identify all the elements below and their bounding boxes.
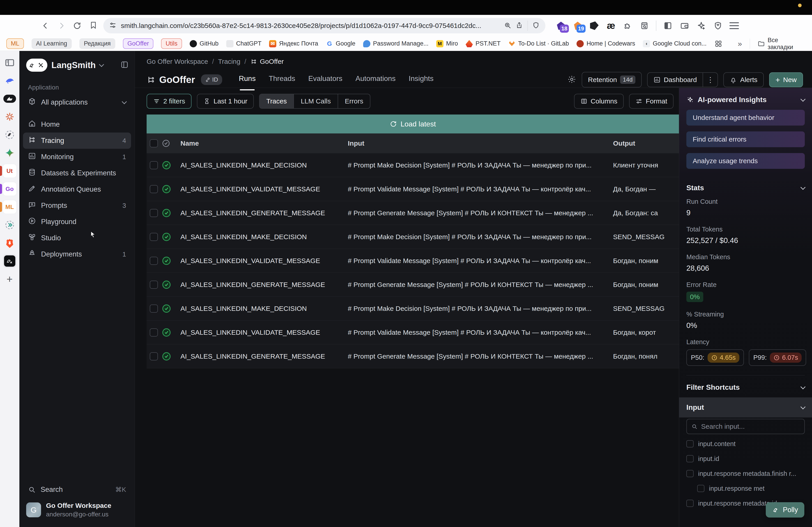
sidebar-item-all-applications[interactable]: All applications (23, 94, 131, 110)
row-checkbox[interactable] (150, 281, 158, 289)
tab-group-gooffer[interactable]: Go (3, 182, 16, 196)
tab-group-ml[interactable]: ML (3, 200, 16, 214)
input-section-header[interactable]: Input (679, 397, 812, 418)
dashboard-button[interactable]: Dashboard (647, 72, 703, 87)
segment-traces[interactable]: Traces (260, 94, 294, 108)
settings-gear-icon[interactable] (567, 75, 576, 85)
bookmark-github[interactable]: GitHub (190, 40, 219, 47)
load-latest-banner[interactable]: Load latest (147, 115, 679, 133)
sidebar-toggle-icon[interactable] (663, 20, 673, 31)
rail-panel-toggle-icon[interactable] (3, 56, 16, 70)
row-checkbox[interactable] (150, 209, 158, 217)
bookmark-utils[interactable]: Utils (161, 38, 182, 49)
tab-boat-icon[interactable] (3, 92, 16, 105)
extension-icon-orange[interactable]: 19 (572, 20, 583, 31)
new-tab-button[interactable]: + (3, 272, 16, 286)
workspace-switcher[interactable]: G Go Offer Workspace anderson@go-offer.u… (19, 499, 135, 527)
row-checkbox[interactable] (150, 352, 158, 360)
table-row[interactable]: AI_SALES_LINKEDIN_MAKE_DECISION# Prompt … (147, 153, 679, 177)
site-settings-icon[interactable] (109, 21, 116, 30)
row-checkbox[interactable] (150, 161, 158, 169)
bookmark-редакция[interactable]: Редакция (79, 38, 115, 49)
format-button[interactable]: Format (629, 94, 673, 109)
browser-menu-icon[interactable] (729, 22, 739, 29)
tab-langsmith-active[interactable] (3, 254, 16, 268)
column-header-output[interactable]: Output (613, 139, 679, 147)
tab-gemini-icon[interactable] (3, 146, 16, 160)
new-button[interactable]: + New (769, 72, 803, 87)
row-checkbox[interactable] (150, 233, 158, 241)
input-field-option[interactable]: input.id (679, 451, 812, 466)
table-row[interactable]: AI_SALES_LINKEDIN_VALIDATE_MESSAGE# Prom… (147, 177, 679, 201)
select-all-checkbox[interactable] (150, 139, 158, 147)
segment-llm-calls[interactable]: LLM Calls (293, 94, 337, 108)
bookmark-password-manage-[interactable]: Password Manage... (363, 40, 429, 47)
dashboard-more-icon[interactable]: ⋮ (702, 72, 718, 87)
sidebar-item-datasets-experiments[interactable]: Datasets & Experiments (23, 165, 131, 181)
row-checkbox[interactable] (150, 328, 158, 336)
stats-header[interactable]: Stats (679, 175, 812, 198)
bookmark-pst-net[interactable]: PST.NET (466, 40, 501, 47)
breadcrumb-tracing[interactable]: Tracing (218, 58, 241, 65)
back-button[interactable] (41, 21, 50, 31)
input-field-option[interactable]: input.response met (679, 481, 812, 496)
tab-runs[interactable]: Runs (239, 74, 256, 90)
row-checkbox[interactable] (150, 304, 158, 313)
extensions-puzzle-icon[interactable] (623, 20, 633, 31)
sidebar-item-home[interactable]: Home (23, 116, 131, 133)
bookmark-gooffer[interactable]: GoOffer (123, 38, 154, 49)
sidebar-item-annotation-queues[interactable]: Annotation Queues (23, 181, 131, 197)
share-icon[interactable] (516, 21, 523, 30)
alerts-button[interactable]: Alerts (723, 72, 764, 87)
insight-action-understand-agent-behavior[interactable]: Understand agent behavior (686, 110, 805, 125)
tab-brave-icon[interactable] (3, 236, 16, 250)
input-search-field[interactable] (701, 423, 800, 430)
bookmark-to-do-list-gitlab[interactable]: To-Do List · GitLab (508, 40, 569, 47)
bookmark-miro[interactable]: MMiro (436, 40, 458, 47)
sidebar-search[interactable]: Search ⌘K (19, 480, 135, 499)
bookmark-home-codewars[interactable]: Home | Codewars (577, 40, 635, 47)
zoom-page-icon[interactable] (504, 21, 511, 30)
bookmark-google-cloud-con-[interactable]: ◖Google Cloud con... (643, 40, 707, 47)
insight-action-find-critical-errors[interactable]: Find critical errors (686, 132, 805, 147)
table-row[interactable]: AI_SALES_LINKEDIN_GENERATE_MESSAGE# Prom… (147, 344, 679, 368)
sidebar-item-monitoring[interactable]: Monitoring1 (23, 149, 131, 165)
column-header-input[interactable]: Input (348, 139, 613, 147)
field-checkbox[interactable] (697, 485, 705, 492)
bookmark-google[interactable]: GGoogle (326, 40, 356, 47)
input-search-box[interactable] (686, 419, 805, 434)
input-field-option[interactable]: input.response metadata.finish r... (679, 466, 812, 481)
retention-button[interactable]: Retention 14d (582, 72, 642, 88)
tab-threads[interactable]: Threads (269, 74, 295, 90)
sidebar-item-tracing[interactable]: Tracing4 (23, 133, 131, 149)
breadcrumb-workspace[interactable]: Go Offer Workspace (147, 58, 208, 65)
id-chip[interactable]: ID (201, 74, 222, 85)
tab-evaluators[interactable]: Evaluators (308, 74, 343, 90)
langsmith-logo[interactable] (26, 59, 47, 72)
row-checkbox[interactable] (150, 185, 158, 193)
shield-menu-icon[interactable] (713, 20, 723, 31)
brave-shield-icon[interactable] (532, 21, 539, 30)
table-row[interactable]: AI_SALES_LINKEDIN_GENERATE_MESSAGE# Prom… (147, 273, 679, 297)
tab-automations[interactable]: Automations (356, 74, 396, 90)
segment-errors[interactable]: Errors (338, 94, 370, 108)
filters-button[interactable]: 2 filters (147, 94, 191, 109)
tab-insights[interactable]: Insights (409, 74, 434, 90)
table-row[interactable]: AI_SALES_LINKEDIN_MAKE_DECISION# Prompt … (147, 297, 679, 320)
column-header-name[interactable]: Name (180, 139, 348, 147)
wallet-icon[interactable] (679, 20, 690, 31)
table-row[interactable]: AI_SALES_LINKEDIN_GENERATE_MESSAGE# Prom… (147, 201, 679, 225)
reload-button[interactable] (72, 21, 82, 31)
table-row[interactable]: AI_SALES_LINKEDIN_VALIDATE_MESSAGE# Prom… (147, 320, 679, 344)
extension-icon-ae[interactable]: æ (606, 20, 616, 31)
filter-shortcuts-header[interactable]: Filter Shortcuts (679, 376, 812, 397)
all-bookmarks-button[interactable]: Все закладки (758, 37, 803, 51)
search-tabs-icon[interactable] (639, 20, 650, 31)
insight-action-analyze-usage-trends[interactable]: Analyze usage trends (686, 153, 805, 169)
bookmark-icon[interactable] (89, 21, 98, 30)
tab-group-utils[interactable]: Ut (3, 164, 16, 178)
url-bar[interactable]: smith.langchain.com/o/c23b560a-87e2-5c14… (103, 18, 546, 33)
bookmark-chatgpt[interactable]: ChatGPT (226, 40, 262, 47)
apps-grid-icon[interactable] (714, 40, 723, 48)
field-checkbox[interactable] (686, 455, 694, 462)
